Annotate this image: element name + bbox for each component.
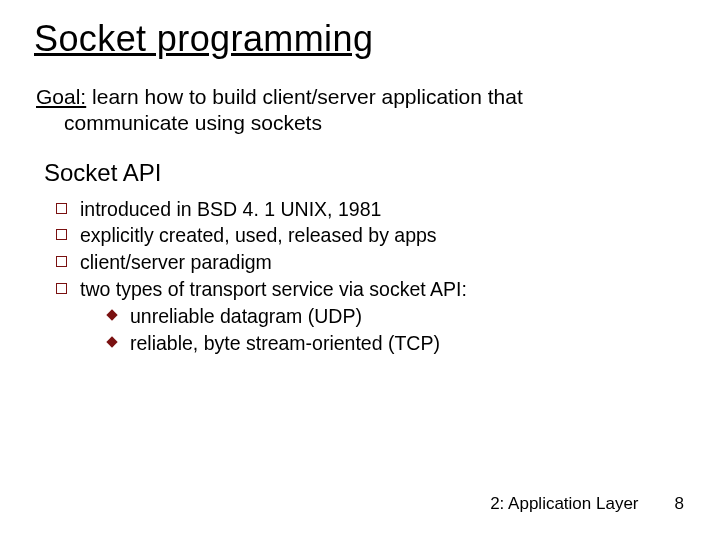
goal-line: Goal: learn how to build client/server a… [34, 84, 686, 137]
list-item-text: two types of transport service via socke… [80, 278, 467, 300]
list-item: unreliable datagram (UDP) [106, 304, 686, 330]
sub-bullet-list: unreliable datagram (UDP) reliable, byte… [106, 304, 686, 356]
list-item: explicitly created, used, released by ap… [54, 223, 686, 249]
goal-text-1: learn how to build client/server applica… [86, 85, 523, 108]
footer-section: 2: Application Layer [490, 494, 638, 514]
list-item: two types of transport service via socke… [54, 277, 686, 357]
section-subhead: Socket API [44, 159, 686, 187]
slide-title: Socket programming [34, 18, 686, 60]
bullet-list: introduced in BSD 4. 1 UNIX, 1981 explic… [54, 197, 686, 357]
list-item: introduced in BSD 4. 1 UNIX, 1981 [54, 197, 686, 223]
list-item: reliable, byte stream-oriented (TCP) [106, 331, 686, 357]
list-item: client/server paradigm [54, 250, 686, 276]
slide-footer: 2: Application Layer 8 [490, 494, 684, 514]
slide: Socket programming Goal: learn how to bu… [0, 0, 720, 540]
goal-label: Goal: [36, 85, 86, 108]
goal-text-2: communicate using sockets [36, 110, 676, 136]
footer-page-number: 8 [675, 494, 684, 514]
